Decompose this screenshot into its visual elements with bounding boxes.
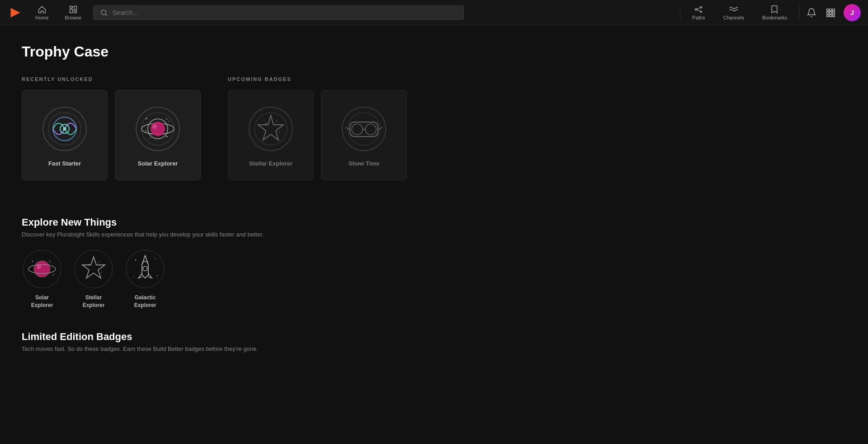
explore-section: Explore New Things Discover key Pluralsi… bbox=[22, 217, 611, 309]
page-title: Trophy Case bbox=[22, 43, 611, 60]
svg-rect-3 bbox=[74, 6, 76, 9]
svg-line-6 bbox=[105, 14, 107, 15]
svg-rect-4 bbox=[74, 11, 76, 13]
explore-galactic-name: GalacticExplorer bbox=[134, 294, 156, 309]
svg-marker-40 bbox=[258, 115, 283, 140]
recently-unlocked-label: RECENTLY UNLOCKED bbox=[22, 76, 201, 82]
nav-divider bbox=[680, 5, 680, 20]
fast-starter-name: Fast Starter bbox=[48, 160, 81, 167]
recently-unlocked-section: RECENTLY UNLOCKED bbox=[22, 76, 201, 198]
svg-rect-2 bbox=[70, 9, 72, 13]
upcoming-badges-section: UPCOMING BADGES bbox=[228, 76, 407, 198]
explore-title: Explore New Things bbox=[22, 217, 611, 228]
svg-marker-62 bbox=[82, 257, 105, 278]
solar-explorer-icon: + + bbox=[133, 104, 183, 154]
svg-rect-17 bbox=[833, 12, 835, 14]
svg-rect-1 bbox=[70, 6, 72, 8]
svg-marker-0 bbox=[11, 8, 20, 17]
explore-galactic-icon bbox=[125, 249, 165, 289]
svg-text:+: + bbox=[49, 260, 51, 263]
show-time-badge-name: Show Time bbox=[349, 160, 379, 167]
svg-line-10 bbox=[697, 7, 700, 9]
svg-point-33 bbox=[169, 121, 170, 122]
svg-point-35 bbox=[166, 136, 168, 137]
svg-point-39 bbox=[255, 113, 287, 145]
svg-point-48 bbox=[365, 124, 376, 135]
nav-browse[interactable]: Browse bbox=[57, 5, 90, 20]
svg-point-59 bbox=[53, 274, 54, 275]
explore-stellar-icon bbox=[73, 249, 114, 289]
apps-button[interactable] bbox=[822, 4, 839, 21]
badge-card-solar-explorer[interactable]: + + Solar Explorer bbox=[115, 90, 201, 180]
nav-bar: Home Browse bbox=[0, 0, 868, 25]
svg-point-69 bbox=[155, 258, 156, 259]
search-container bbox=[93, 5, 464, 20]
svg-rect-16 bbox=[830, 12, 832, 14]
svg-text:+: + bbox=[145, 129, 147, 133]
nav-divider-2 bbox=[799, 5, 799, 20]
svg-point-47 bbox=[352, 124, 363, 135]
explore-badge-solar[interactable]: + SolarExplorer bbox=[22, 249, 62, 309]
svg-rect-20 bbox=[833, 14, 835, 17]
svg-rect-12 bbox=[827, 9, 829, 11]
svg-point-68 bbox=[135, 260, 136, 260]
nav-paths[interactable]: Paths bbox=[684, 5, 713, 20]
upcoming-badges-label: UPCOMING BADGES bbox=[228, 76, 407, 82]
nav-bookmarks[interactable]: Bookmarks bbox=[754, 5, 795, 20]
nav-channels[interactable]: Channels bbox=[715, 5, 752, 20]
explore-badge-stellar[interactable]: StellarExplorer bbox=[73, 249, 114, 309]
svg-rect-14 bbox=[833, 9, 835, 11]
svg-point-42 bbox=[276, 120, 278, 122]
svg-rect-15 bbox=[827, 12, 829, 14]
explore-subtitle: Discover key Pluralsight Skills experien… bbox=[22, 231, 611, 238]
svg-point-70 bbox=[157, 275, 158, 276]
fast-starter-icon bbox=[40, 104, 90, 154]
svg-point-32 bbox=[146, 118, 147, 119]
notifications-button[interactable] bbox=[803, 4, 820, 21]
nav-right-group: Paths Channels Bookmarks bbox=[678, 4, 861, 21]
limited-edition-title: Limited Edition Badges bbox=[22, 331, 611, 343]
search-icon bbox=[100, 9, 108, 17]
badge-card-show-time[interactable]: Show Time bbox=[321, 90, 407, 180]
explore-badges-row: + SolarExplorer StellarExplorer bbox=[22, 249, 611, 309]
svg-point-64 bbox=[99, 262, 99, 263]
svg-point-25 bbox=[63, 127, 66, 131]
svg-point-7 bbox=[695, 9, 697, 10]
svg-point-71 bbox=[133, 276, 134, 277]
svg-line-11 bbox=[697, 9, 700, 11]
search-input[interactable] bbox=[113, 9, 457, 16]
svg-rect-13 bbox=[830, 9, 832, 11]
svg-point-63 bbox=[89, 264, 90, 265]
explore-badge-galactic[interactable]: GalacticExplorer bbox=[125, 249, 165, 309]
logo[interactable] bbox=[7, 5, 24, 21]
explore-solar-icon: + bbox=[22, 249, 62, 289]
limited-edition-subtitle: Tech moves fast. So do these badges. Ear… bbox=[22, 345, 611, 352]
avatar[interactable]: J bbox=[844, 4, 861, 21]
svg-point-67 bbox=[143, 266, 147, 271]
svg-point-57 bbox=[32, 261, 33, 262]
limited-edition-section: Limited Edition Badges Tech moves fast. … bbox=[22, 331, 611, 352]
badge-card-stellar-explorer[interactable]: Stellar Explorer bbox=[228, 90, 314, 180]
explore-solar-name: SolarExplorer bbox=[31, 294, 53, 309]
recently-unlocked-row: Fast Starter bbox=[22, 90, 201, 180]
stellar-explorer-icon bbox=[246, 104, 296, 154]
svg-point-43 bbox=[279, 131, 280, 132]
stellar-explorer-badge-name: Stellar Explorer bbox=[249, 160, 292, 167]
svg-point-31 bbox=[152, 124, 157, 129]
svg-point-54 bbox=[37, 265, 41, 269]
nav-home[interactable]: Home bbox=[27, 5, 57, 20]
svg-point-65 bbox=[101, 272, 102, 273]
svg-point-9 bbox=[701, 11, 702, 12]
svg-point-30 bbox=[151, 122, 165, 136]
badge-card-fast-starter[interactable]: Fast Starter bbox=[22, 90, 108, 180]
show-time-icon bbox=[339, 104, 389, 154]
svg-point-34 bbox=[150, 137, 151, 138]
svg-point-8 bbox=[701, 6, 702, 8]
solar-explorer-name: Solar Explorer bbox=[138, 160, 178, 167]
svg-point-41 bbox=[265, 123, 267, 125]
svg-rect-19 bbox=[830, 14, 832, 17]
explore-stellar-name: StellarExplorer bbox=[83, 294, 105, 309]
svg-text:+: + bbox=[165, 117, 168, 121]
svg-rect-18 bbox=[827, 14, 829, 17]
upcoming-badges-row: Stellar Explorer bbox=[228, 90, 407, 180]
